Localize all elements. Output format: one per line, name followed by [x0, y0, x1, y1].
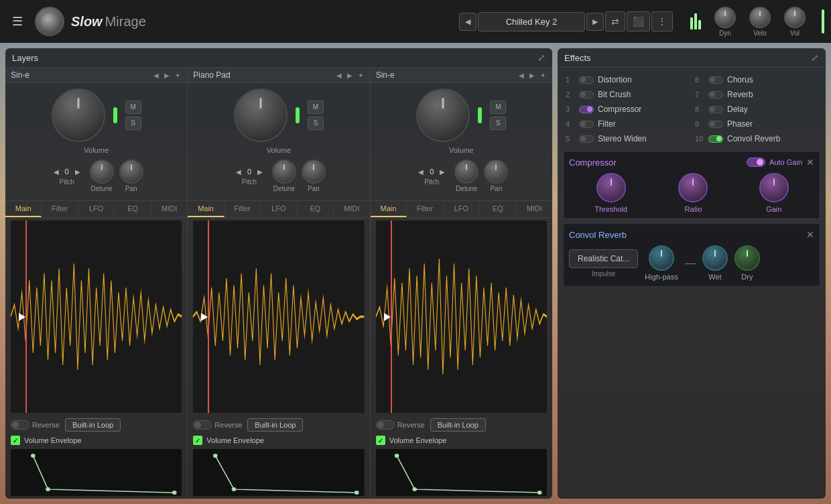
- layer-1-pitch-prev[interactable]: ◀: [54, 168, 59, 176]
- effect-5-toggle[interactable]: [579, 135, 594, 143]
- layer-3-tab-filter[interactable]: Filter: [407, 201, 443, 217]
- layer-2-next[interactable]: ▶: [346, 72, 354, 79]
- effect-10-toggle[interactable]: [708, 135, 723, 143]
- layer-3-pan-knob[interactable]: [484, 160, 508, 184]
- velo-knob[interactable]: [749, 7, 771, 28]
- layer-1-loop-btn[interactable]: Built-in Loop: [65, 418, 121, 432]
- layer-3-vol-knob[interactable]: [416, 88, 470, 142]
- layer-1-rand[interactable]: ✦: [174, 72, 182, 79]
- layer-2-m-btn[interactable]: M: [308, 101, 324, 114]
- effect-reverb[interactable]: 7 Reverb: [692, 88, 820, 101]
- layer-3-detune-knob[interactable]: [454, 160, 478, 184]
- layer-3-tab-lfo[interactable]: LFO: [444, 201, 480, 217]
- layer-2-reverse-toggle[interactable]: Reverse: [193, 420, 242, 430]
- layer-3-prev[interactable]: ◀: [517, 72, 525, 79]
- effect-7-toggle[interactable]: [708, 91, 723, 99]
- layer-2-tab-main[interactable]: Main: [188, 201, 224, 217]
- layer-1-tab-lfo[interactable]: LFO: [78, 201, 115, 217]
- layer-1-s-btn[interactable]: S: [125, 117, 141, 130]
- effect-filter[interactable]: 4 Filter: [563, 117, 691, 131]
- effect-delay[interactable]: 8 Delay: [692, 103, 820, 116]
- layer-1-detune-knob[interactable]: [90, 160, 114, 184]
- preset-prev-btn[interactable]: ◀: [459, 13, 476, 31]
- effect-phaser[interactable]: 9 Phaser: [692, 117, 820, 131]
- layer-1-next[interactable]: ▶: [163, 72, 171, 79]
- layer-1-prev[interactable]: ◀: [152, 72, 160, 79]
- dyn-knob[interactable]: [714, 7, 736, 28]
- highpass-knob[interactable]: [649, 245, 674, 271]
- wet-knob[interactable]: [702, 245, 728, 271]
- layer-3-next[interactable]: ▶: [528, 72, 536, 79]
- effect-distortion[interactable]: 1 Distortion: [563, 73, 691, 86]
- layer-3-tab-eq[interactable]: EQ: [480, 201, 516, 217]
- layers-expand-icon[interactable]: ⤢: [537, 52, 546, 63]
- layer-1-m-btn[interactable]: M: [125, 101, 141, 114]
- effect-bitcrush[interactable]: 2 Bit Crush: [563, 88, 691, 101]
- effect-convol-reverb[interactable]: 10 Convol Reverb: [692, 132, 820, 145]
- effect-1-toggle[interactable]: [579, 76, 594, 84]
- save-btn[interactable]: ⬛: [627, 11, 650, 32]
- layer-2-s-btn[interactable]: S: [308, 117, 324, 130]
- shuffle-btn[interactable]: ⇄: [605, 11, 625, 32]
- effect-2-toggle[interactable]: [579, 91, 594, 99]
- layer-1-tab-main[interactable]: Main: [5, 201, 42, 217]
- layer-2-detune-knob[interactable]: [272, 160, 296, 184]
- layer-1-vol-env-check[interactable]: ✓: [11, 436, 20, 445]
- layer-2-tab-filter[interactable]: Filter: [225, 201, 261, 217]
- dry-knob[interactable]: [734, 245, 760, 271]
- effect-chorus[interactable]: 6 Chorus: [692, 73, 820, 86]
- layer-1-pitch-next[interactable]: ▶: [75, 168, 80, 176]
- menu-icon[interactable]: ☰: [7, 11, 28, 32]
- layer-3-reverse-toggle[interactable]: Reverse: [376, 420, 425, 430]
- layer-2-pitch-next[interactable]: ▶: [257, 168, 263, 176]
- layer-3-m-btn[interactable]: M: [490, 101, 506, 114]
- layer-3-loop-btn[interactable]: Built-in Loop: [430, 418, 486, 432]
- layer-2-prev[interactable]: ◀: [335, 72, 343, 79]
- layer-2-vol-env-check[interactable]: ✓: [193, 436, 202, 445]
- threshold-knob[interactable]: [596, 173, 626, 202]
- impulse-btn[interactable]: Realistic Cat...: [569, 249, 638, 268]
- layer-1-tab-midi[interactable]: MIDI: [151, 201, 187, 217]
- effect-8-name: Delay: [727, 105, 748, 114]
- layer-1-reverse-toggle[interactable]: Reverse: [11, 420, 60, 430]
- auto-gain-toggle[interactable]: [747, 158, 765, 167]
- ratio-knob[interactable]: [678, 173, 708, 202]
- more-btn[interactable]: ⋮: [651, 11, 673, 32]
- layer-3-s-btn[interactable]: S: [490, 117, 506, 130]
- preset-next-btn[interactable]: ▶: [586, 13, 604, 31]
- layer-3-vol-env-check[interactable]: ✓: [376, 436, 385, 445]
- effect-9-toggle[interactable]: [708, 121, 723, 128]
- gain-knob[interactable]: [759, 173, 789, 202]
- layer-2-tab-lfo[interactable]: LFO: [261, 201, 297, 217]
- layer-2-loop-btn[interactable]: Built-in Loop: [247, 418, 303, 432]
- reverb-close-btn[interactable]: ✕: [806, 229, 814, 240]
- effect-3-toggle[interactable]: [579, 106, 594, 113]
- preset-name[interactable]: Chilled Key 2: [478, 12, 585, 32]
- layer-3-rand[interactable]: ✦: [539, 72, 547, 79]
- layer-3-tab-main[interactable]: Main: [371, 201, 407, 217]
- vol-knob[interactable]: [784, 7, 806, 28]
- layer-2-vol-knob[interactable]: [234, 88, 287, 142]
- layer-2-play-indicator: [201, 313, 208, 321]
- effect-4-toggle[interactable]: [579, 121, 594, 128]
- layer-1-main: M S Volume ◀ 0 ▶ Pitch: [5, 83, 187, 200]
- effect-6-toggle[interactable]: [708, 76, 723, 84]
- layer-3-pitch-prev[interactable]: ◀: [418, 168, 424, 176]
- effect-compressor[interactable]: 3 Compressor: [563, 103, 691, 116]
- layer-1-vol-knob[interactable]: [52, 88, 105, 142]
- effect-8-toggle[interactable]: [708, 106, 723, 113]
- layer-2-rand[interactable]: ✦: [357, 72, 365, 79]
- layer-3-pitch-next[interactable]: ▶: [440, 168, 445, 176]
- layer-2-tab-eq[interactable]: EQ: [298, 201, 334, 217]
- layer-2-pitch-stepper: ◀ 0 ▶: [232, 166, 267, 177]
- layer-2-tab-midi[interactable]: MIDI: [334, 201, 369, 217]
- effect-stereo-widen[interactable]: 5 Stereo Widen: [563, 132, 691, 145]
- compressor-close-btn[interactable]: ✕: [806, 157, 814, 168]
- layer-2-pan-knob[interactable]: [302, 160, 326, 184]
- effects-expand-icon[interactable]: ⤢: [811, 52, 819, 63]
- layer-2-pitch-prev[interactable]: ◀: [236, 168, 241, 176]
- layer-1-tab-eq[interactable]: EQ: [115, 201, 151, 217]
- layer-1-pan-knob[interactable]: [119, 160, 143, 184]
- layer-1-tab-filter[interactable]: Filter: [42, 201, 78, 217]
- layer-3-tab-midi[interactable]: MIDI: [517, 201, 552, 217]
